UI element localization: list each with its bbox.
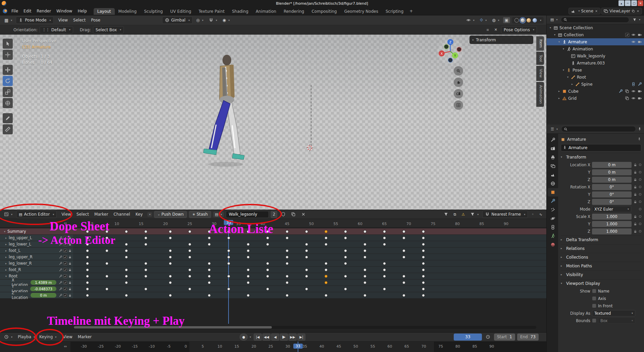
blender-app-icon[interactable] [2, 8, 8, 14]
dope-menu-key[interactable]: Key [133, 211, 146, 217]
properties-tab-render[interactable] [548, 144, 558, 153]
viewport-menu-pose[interactable]: Pose [88, 17, 103, 23]
keyframe[interactable] [402, 294, 405, 297]
keyframe[interactable] [169, 294, 172, 297]
push-down-button[interactable]: ⌄Push Down [154, 211, 187, 218]
tab-modeling[interactable]: Modeling [115, 8, 141, 15]
viewport-menu-view[interactable]: View [56, 17, 70, 23]
keyframe[interactable] [144, 288, 147, 291]
keyframe[interactable] [247, 243, 250, 246]
channel-enable-checkbox[interactable] [63, 243, 67, 246]
object-visibility-button[interactable]: ▾ [464, 17, 476, 23]
channel-enable-checkbox[interactable] [63, 294, 67, 297]
keyframe[interactable] [208, 275, 211, 278]
display-as-dropdown[interactable]: Textured▾ [592, 310, 635, 316]
keyframe[interactable] [325, 236, 328, 239]
keyframe[interactable] [266, 275, 269, 278]
object-name-field[interactable]: Armature [561, 144, 641, 151]
sidebar-tab-item[interactable]: Item [536, 36, 544, 51]
section-transform[interactable]: ▾Transform [561, 153, 641, 161]
keyframe[interactable] [325, 281, 328, 284]
channel-summary[interactable]: ▾Summary [0, 228, 73, 234]
section-viewport-display[interactable]: ▾Viewport Display [561, 279, 641, 287]
keyframe[interactable] [325, 243, 328, 246]
keyframe[interactable] [247, 275, 250, 278]
channel-enable-checkbox[interactable] [63, 236, 67, 240]
menu-file[interactable]: File [9, 8, 21, 14]
keyframe[interactable] [227, 256, 230, 259]
snap-toggle-button[interactable]: ▾ [207, 17, 219, 23]
channel-band[interactable] [0, 273, 546, 279]
keyframe[interactable] [305, 256, 308, 259]
checkbox-in-front[interactable] [592, 304, 596, 308]
keyframe[interactable] [144, 275, 147, 278]
keyframe[interactable] [125, 230, 128, 233]
keyframe[interactable] [188, 249, 191, 252]
keying-popover-button[interactable]: Keying▾ [38, 334, 58, 340]
tab-uv-editing[interactable]: UV Editing [166, 8, 195, 15]
keyframe[interactable] [266, 230, 269, 233]
keyframe[interactable] [86, 262, 89, 265]
pose-options-dropdown[interactable]: Pose Options▾ [501, 26, 537, 34]
proportional-edit-button[interactable]: ◉▾ [221, 17, 232, 23]
channel-band[interactable] [0, 248, 546, 254]
action-name-field[interactable]: Walk_legsonly [226, 211, 269, 218]
keyframe[interactable] [227, 262, 230, 265]
keyframe[interactable] [125, 294, 128, 297]
unlink-icon[interactable] [595, 9, 598, 13]
animate-dot[interactable] [639, 164, 641, 166]
new-action-button[interactable] [289, 211, 297, 217]
section-motion-paths[interactable]: ▸Motion Paths [561, 262, 641, 270]
keyframe[interactable] [422, 256, 425, 259]
keyframe[interactable] [383, 275, 386, 278]
value-field-z[interactable]: 1.000 [592, 228, 632, 234]
shading-solid-button[interactable] [521, 18, 525, 23]
jump-to-start-button[interactable]: |◀ [254, 334, 262, 341]
start-frame-field[interactable]: Start 1 [494, 334, 515, 341]
dope-menu-channel[interactable]: Channel [111, 211, 133, 217]
menu-window[interactable]: Window [54, 8, 75, 14]
pin-button[interactable] [637, 137, 641, 142]
keyframe[interactable] [188, 275, 191, 278]
checkbox-axis[interactable] [592, 296, 596, 301]
keyframe[interactable] [125, 256, 128, 259]
menu-edit[interactable]: Edit [21, 8, 34, 14]
keyframe[interactable] [247, 249, 250, 252]
keyframe[interactable] [286, 256, 289, 259]
keyframe[interactable] [86, 294, 89, 297]
keyframe[interactable] [208, 268, 211, 271]
keyframe[interactable] [169, 230, 172, 233]
channel-band[interactable] [0, 254, 546, 260]
include-checkbox[interactable] [625, 33, 629, 37]
tool-transform-button[interactable] [3, 98, 13, 108]
tab-sculpting[interactable]: Sculpting [140, 8, 166, 15]
channel-leg-upper-r[interactable]: ▸leg_upper_R [0, 254, 73, 260]
keyframe[interactable] [169, 256, 172, 259]
play-reverse-button[interactable]: ◀ [271, 334, 279, 341]
keyframe[interactable] [144, 243, 147, 246]
channel-foot-l[interactable]: ▸foot_L [0, 248, 73, 254]
keyframe[interactable] [363, 230, 366, 233]
keyframe[interactable] [344, 288, 347, 291]
keyframe[interactable] [286, 275, 289, 278]
proportional-button[interactable]: ◦ [530, 212, 536, 217]
keyframe[interactable] [227, 288, 230, 291]
tab-layout[interactable]: Layout [94, 8, 115, 15]
cursor-3d-icon[interactable] [306, 144, 313, 151]
pan-hand-icon[interactable] [454, 78, 463, 87]
keyframe[interactable] [363, 281, 366, 284]
keyframe[interactable] [363, 275, 366, 278]
window-shade-button[interactable]: ▴ [618, 0, 624, 6]
keyframe[interactable] [402, 275, 405, 278]
properties-tab-output[interactable] [548, 153, 558, 162]
keyframe[interactable] [422, 230, 425, 233]
keyframe[interactable] [286, 262, 289, 265]
channel-value-slider[interactable]: 1.4389 m [31, 280, 56, 285]
shading-material-button[interactable] [527, 18, 531, 23]
outliner-item-animation[interactable]: ▾Animation [547, 45, 644, 52]
properties-tab-data[interactable] [548, 232, 558, 240]
properties-tab-physics[interactable] [548, 214, 558, 223]
current-frame-badge[interactable]: 33 [293, 344, 303, 349]
keyframe[interactable] [383, 236, 386, 239]
channel-band[interactable] [0, 279, 546, 285]
